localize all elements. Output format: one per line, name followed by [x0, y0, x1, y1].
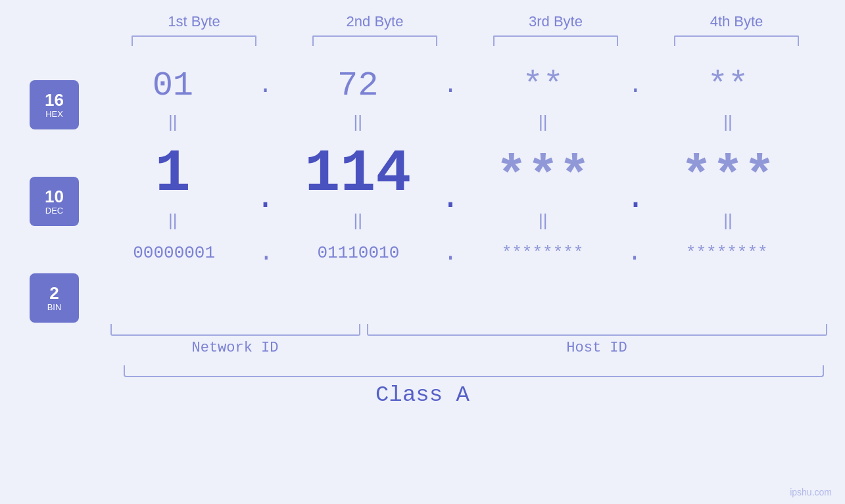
hex-cell-4: **: [656, 66, 800, 105]
bracket-2: [312, 35, 437, 46]
badges-column: 16 HEX 10 DEC 2 BIN: [0, 59, 89, 323]
bin-data-row: 00000001 . 01110010 . ******** . *******…: [89, 230, 812, 276]
byte-header-3: 3rd Byte: [483, 13, 628, 30]
equals-row-2: || || || ||: [89, 210, 812, 230]
network-id-label: Network ID: [191, 340, 278, 356]
bracket-4: [674, 35, 799, 46]
class-bracket: [124, 365, 824, 377]
bin-dot-3: .: [627, 240, 642, 267]
hex-dot-2: .: [441, 72, 460, 99]
eq1-1: ||: [101, 112, 245, 132]
bin-cell-2: 01110010: [286, 243, 431, 263]
byte-headers-row: 1st Byte 2nd Byte 3rd Byte 4th Byte: [104, 13, 827, 30]
bracket-3: [493, 35, 618, 46]
main-container: 1st Byte 2nd Byte 3rd Byte 4th Byte 16 H…: [0, 0, 845, 504]
hex-cell-1: 01: [101, 66, 245, 105]
bin-dot-2: .: [443, 240, 458, 267]
bin-dot-1: .: [259, 240, 274, 267]
eq2-3: ||: [471, 210, 616, 231]
bracket-1: [132, 35, 256, 46]
equals-row-1: || || || ||: [89, 112, 812, 131]
hex-dot-1: .: [256, 72, 276, 99]
dec-data-row: 1 . 114 . *** . ***: [89, 131, 812, 210]
main-data-area: 16 HEX 10 DEC 2 BIN 01 .: [0, 59, 845, 323]
eq2-4: ||: [656, 210, 800, 231]
hex-cell-3: **: [471, 66, 616, 105]
byte-header-1: 1st Byte: [122, 13, 266, 30]
data-rows: 01 . 72 . ** . ** || ||: [89, 59, 845, 276]
byte-header-4: 4th Byte: [664, 13, 809, 30]
dec-cell-3: ***: [471, 151, 616, 204]
class-label: Class A: [0, 382, 845, 407]
dec-cell-2: 114: [285, 145, 430, 204]
bottom-brackets-container: Network ID Host ID: [104, 324, 827, 356]
eq2-2: ||: [285, 210, 430, 231]
bracket-bottom-network: [110, 324, 360, 336]
eq2-1: ||: [101, 210, 245, 231]
hex-cell-2: 72: [285, 66, 430, 105]
dec-cell-1: 1: [101, 145, 245, 204]
watermark: ipshu.com: [790, 487, 832, 497]
top-brackets: [104, 35, 827, 46]
host-id-bracket-group: Host ID: [367, 324, 827, 356]
hex-data-row: 01 . 72 . ** . **: [89, 59, 812, 112]
host-id-label: Host ID: [566, 340, 627, 356]
bin-cell-3: ********: [470, 243, 615, 263]
byte-header-2: 2nd Byte: [302, 13, 447, 30]
eq1-2: ||: [285, 112, 430, 132]
bin-cell-4: ********: [654, 243, 799, 263]
bracket-bottom-host: [367, 324, 827, 336]
badge-hex: 16 HEX: [30, 80, 79, 129]
hex-dot-3: .: [625, 72, 645, 99]
network-id-bracket-group: Network ID: [104, 324, 367, 356]
eq1-3: ||: [471, 112, 616, 132]
eq1-4: ||: [656, 112, 800, 132]
badge-dec: 10 DEC: [30, 177, 79, 226]
bin-cell-1: 00000001: [102, 243, 247, 263]
dec-cell-4: ***: [656, 151, 800, 204]
badge-bin: 2 BIN: [30, 273, 79, 323]
